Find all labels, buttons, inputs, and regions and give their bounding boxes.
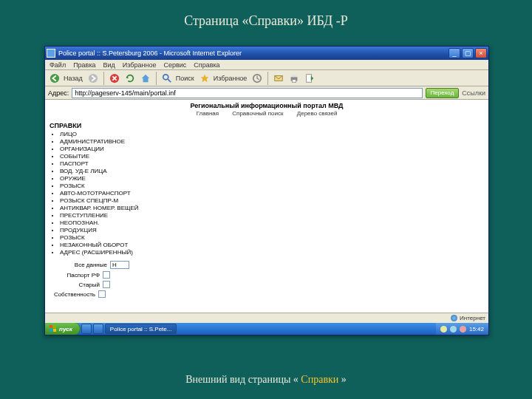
window-title: Police portal :: S.Petersburg 2006 - Mic… (58, 50, 449, 57)
menu-tools[interactable]: Сервис (163, 61, 186, 69)
page-content: Региональный информационный портал МВД Г… (45, 100, 488, 313)
tab-tree[interactable]: Дерево связей (297, 110, 338, 117)
list-item[interactable]: ЛИЦО (60, 131, 488, 138)
close-button[interactable]: × (475, 48, 487, 58)
svg-rect-9 (307, 74, 312, 82)
menu-favorites[interactable]: Избранное (123, 61, 157, 69)
field-own-label: Собственность (50, 291, 95, 298)
tab-main[interactable]: Главная (197, 110, 219, 117)
list-item[interactable]: АДРЕС (РАСШИРЕННЫЙ) (60, 249, 488, 256)
address-input[interactable]: http://pageserv-145/main/portal.inf (72, 88, 422, 98)
home-button[interactable] (139, 72, 152, 85)
links-label[interactable]: Ссылки (462, 89, 485, 97)
stop-button[interactable] (108, 72, 121, 85)
back-label: Назад (64, 75, 83, 82)
svg-rect-11 (53, 325, 56, 328)
menu-edit[interactable]: Правка (73, 61, 95, 69)
list-item[interactable]: АНТИКВАР. НОМЕР. ВЕЩЕЙ (60, 205, 488, 212)
maximize-button[interactable]: ▢ (462, 48, 474, 58)
start-button[interactable]: пуск (45, 323, 81, 335)
zone-label: Интернет (460, 315, 485, 321)
list-item[interactable]: ПРОДУКЦИЯ (60, 227, 488, 234)
ie-window: Police portal :: S.Petersburg 2006 - Mic… (44, 46, 489, 335)
favorites-button[interactable] (198, 72, 211, 85)
portal-tabs: Главная Справочный поиск Дерево связей (45, 110, 488, 119)
field-passport-checkbox[interactable] (103, 271, 110, 279)
menubar: Файл Правка Вид Избранное Сервис Справка (45, 60, 488, 70)
tray-icon[interactable] (460, 326, 466, 332)
caption-post: » (338, 374, 347, 385)
list-item[interactable]: ПРЕСТУПЛЕНИЕ (60, 212, 488, 219)
menu-help[interactable]: Справка (194, 61, 219, 69)
svg-rect-7 (293, 75, 296, 77)
forward-button[interactable] (86, 72, 100, 85)
favorites-label: Избранное (214, 75, 248, 82)
task-item-active[interactable]: Police portal :: S.Pete... (105, 324, 177, 334)
security-zone: Интернет (451, 315, 485, 321)
slide-title: Страница «Справки» ИБД -Р (0, 13, 532, 29)
search-label: Поиск (176, 75, 194, 82)
list-item[interactable]: РОЗЫСК (60, 234, 488, 242)
field-all-input[interactable] (110, 261, 129, 269)
task-item[interactable] (93, 324, 103, 334)
svg-rect-10 (50, 325, 52, 328)
field-old-label: Старый (50, 282, 100, 288)
list-item[interactable]: РОЗЫСК СПЕЦПР-М (60, 197, 488, 205)
go-button[interactable]: Переход (426, 88, 460, 98)
edit-button[interactable] (303, 72, 316, 85)
svg-rect-8 (293, 79, 296, 82)
task-item[interactable] (81, 324, 92, 334)
refresh-button[interactable] (123, 72, 137, 85)
svg-point-0 (50, 73, 59, 82)
address-value: http://pageserv-145/main/portal.inf (75, 89, 176, 97)
start-label: пуск (59, 326, 72, 332)
list-item[interactable]: СОБЫТИЕ (60, 153, 488, 160)
toolbar: Назад Поиск Избранное (45, 70, 488, 86)
field-all-label: Все данные (50, 262, 107, 268)
caption-pre: Внешний вид страницы « (185, 374, 301, 385)
list-item[interactable]: ОРУЖИЕ (60, 175, 488, 183)
globe-icon (451, 315, 457, 321)
svg-point-3 (163, 74, 168, 79)
list-item[interactable]: ОРГАНИЗАЦИИ (60, 146, 488, 153)
address-bar: Адрес: http://pageserv-145/main/portal.i… (45, 86, 488, 100)
caption-em: Справки (301, 374, 338, 385)
svg-rect-13 (53, 329, 56, 332)
mail-button[interactable] (272, 72, 285, 85)
tray-icon[interactable] (440, 326, 447, 332)
list-item[interactable]: НЕЗАКОННЫЙ ОБОРОТ (60, 242, 488, 249)
svg-rect-12 (50, 329, 52, 332)
portal-header: Региональный информационный портал МВД (45, 100, 488, 110)
search-button[interactable] (160, 72, 174, 85)
field-passport-label: Паспорт РФ (50, 272, 100, 279)
print-button[interactable] (287, 72, 301, 85)
address-label: Адрес: (48, 89, 69, 97)
menu-file[interactable]: Файл (50, 61, 66, 69)
list-item[interactable]: ВОД. УД-Е ЛИЦА (60, 168, 488, 175)
titlebar[interactable]: Police portal :: S.Petersburg 2006 - Mic… (45, 47, 488, 60)
tab-search[interactable]: Справочный поиск (232, 110, 283, 117)
list-item[interactable]: НЕОПОЗНАН. (60, 219, 488, 227)
list-item[interactable]: АВТО-МОТОТРАНСПОРТ (60, 190, 488, 197)
system-tray[interactable]: 15:42 (436, 323, 488, 335)
menu-view[interactable]: Вид (103, 61, 115, 69)
back-button[interactable] (48, 72, 61, 85)
clock: 15:42 (469, 326, 484, 332)
svg-point-1 (89, 73, 98, 82)
list-item[interactable]: АДМИНИСТРАТИВНОЕ (60, 138, 488, 146)
tray-icon[interactable] (450, 326, 457, 332)
section-title: СПРАВКИ (45, 119, 488, 131)
field-own-checkbox[interactable] (98, 290, 106, 298)
ie-icon (47, 49, 55, 58)
list-item[interactable]: ПАСПОРТ (60, 160, 488, 168)
reference-list: ЛИЦО АДМИНИСТРАТИВНОЕ ОРГАНИЗАЦИИ СОБЫТИ… (45, 131, 488, 256)
form-area: Все данные Паспорт РФ Старый Собственнос… (45, 256, 488, 298)
field-old-checkbox[interactable] (103, 281, 110, 288)
minimize-button[interactable]: _ (449, 48, 460, 58)
slide-caption: Внешний вид страницы « Справки » (0, 374, 532, 386)
statusbar: Интернет (45, 313, 488, 323)
history-button[interactable] (250, 72, 264, 85)
taskbar: пуск Police portal :: S.Pete... 15:42 (45, 323, 488, 335)
list-item[interactable]: РОЗЫСК (60, 183, 488, 190)
